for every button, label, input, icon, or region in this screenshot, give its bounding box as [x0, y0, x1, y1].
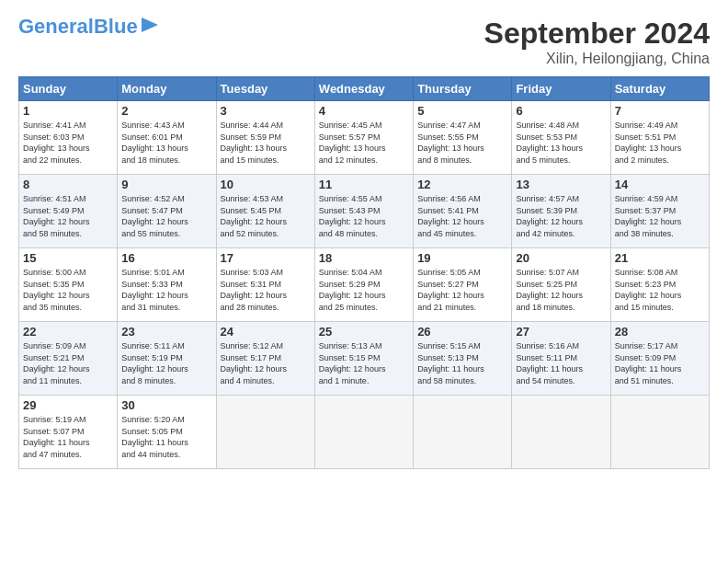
day-info: Sunrise: 5:07 AM Sunset: 5:25 PM Dayligh… — [516, 267, 606, 313]
day-info: Sunrise: 5:13 AM Sunset: 5:15 PM Dayligh… — [319, 340, 409, 386]
table-cell: 1Sunrise: 4:41 AM Sunset: 6:03 PM Daylig… — [19, 101, 118, 175]
day-info: Sunrise: 4:49 AM Sunset: 5:51 PM Dayligh… — [615, 120, 705, 166]
day-info: Sunrise: 4:48 AM Sunset: 5:53 PM Dayligh… — [516, 120, 606, 166]
day-number: 12 — [417, 178, 507, 191]
day-info: Sunrise: 5:15 AM Sunset: 5:13 PM Dayligh… — [417, 340, 507, 386]
table-cell: 25Sunrise: 5:13 AM Sunset: 5:15 PM Dayli… — [314, 322, 413, 396]
day-info: Sunrise: 4:44 AM Sunset: 5:59 PM Dayligh… — [221, 120, 311, 166]
day-number: 23 — [121, 325, 211, 339]
table-cell — [414, 396, 512, 469]
table-cell — [512, 396, 610, 469]
table-cell: 30Sunrise: 5:20 AM Sunset: 5:05 PM Dayli… — [118, 396, 216, 469]
col-wednesday: Wednesday — [314, 77, 413, 101]
svg-marker-0 — [142, 17, 158, 32]
table-cell: 17Sunrise: 5:03 AM Sunset: 5:31 PM Dayli… — [216, 248, 314, 322]
day-number: 15 — [23, 251, 113, 265]
table-cell: 2Sunrise: 4:43 AM Sunset: 6:01 PM Daylig… — [118, 101, 216, 175]
day-number: 24 — [221, 325, 311, 339]
day-number: 13 — [516, 178, 606, 191]
logo-blue: Blue — [94, 15, 138, 38]
day-info: Sunrise: 5:03 AM Sunset: 5:31 PM Dayligh… — [221, 267, 311, 313]
day-info: Sunrise: 4:59 AM Sunset: 5:37 PM Dayligh… — [615, 193, 705, 239]
calendar-table: Sunday Monday Tuesday Wednesday Thursday… — [18, 76, 710, 469]
table-cell: 12Sunrise: 4:56 AM Sunset: 5:41 PM Dayli… — [414, 175, 512, 248]
table-cell: 20Sunrise: 5:07 AM Sunset: 5:25 PM Dayli… — [512, 248, 610, 322]
table-cell: 27Sunrise: 5:16 AM Sunset: 5:11 PM Dayli… — [512, 322, 610, 396]
logo-arrow-icon — [140, 16, 160, 34]
day-info: Sunrise: 4:47 AM Sunset: 5:55 PM Dayligh… — [417, 120, 507, 166]
table-cell: 15Sunrise: 5:00 AM Sunset: 5:35 PM Dayli… — [19, 248, 118, 322]
month-title: September 2024 — [484, 17, 710, 51]
table-cell: 5Sunrise: 4:47 AM Sunset: 5:55 PM Daylig… — [414, 101, 512, 175]
day-number: 29 — [23, 398, 113, 412]
day-info: Sunrise: 5:12 AM Sunset: 5:17 PM Dayligh… — [221, 340, 311, 386]
table-cell: 4Sunrise: 4:45 AM Sunset: 5:57 PM Daylig… — [314, 101, 413, 175]
table-cell: 16Sunrise: 5:01 AM Sunset: 5:33 PM Dayli… — [118, 248, 216, 322]
week-row-3: 15Sunrise: 5:00 AM Sunset: 5:35 PM Dayli… — [19, 248, 710, 322]
day-number: 10 — [221, 178, 311, 191]
day-number: 14 — [615, 178, 705, 191]
day-info: Sunrise: 4:52 AM Sunset: 5:47 PM Dayligh… — [121, 193, 211, 239]
day-number: 27 — [516, 325, 606, 339]
day-number: 7 — [615, 104, 705, 118]
day-number: 9 — [121, 178, 211, 191]
day-number: 4 — [319, 104, 409, 118]
col-sunday: Sunday — [19, 77, 118, 101]
col-saturday: Saturday — [610, 77, 709, 101]
day-number: 1 — [23, 104, 113, 118]
table-cell: 19Sunrise: 5:05 AM Sunset: 5:27 PM Dayli… — [414, 248, 512, 322]
day-info: Sunrise: 4:51 AM Sunset: 5:49 PM Dayligh… — [23, 193, 113, 239]
table-cell: 8Sunrise: 4:51 AM Sunset: 5:49 PM Daylig… — [19, 175, 118, 248]
title-section: September 2024 Xilin, Heilongjiang, Chin… — [484, 17, 710, 67]
day-number: 28 — [615, 325, 705, 339]
day-info: Sunrise: 4:57 AM Sunset: 5:39 PM Dayligh… — [516, 193, 606, 239]
day-number: 26 — [417, 325, 507, 339]
day-info: Sunrise: 4:55 AM Sunset: 5:43 PM Dayligh… — [319, 193, 409, 239]
day-info: Sunrise: 5:05 AM Sunset: 5:27 PM Dayligh… — [417, 267, 507, 313]
week-row-4: 22Sunrise: 5:09 AM Sunset: 5:21 PM Dayli… — [19, 322, 710, 396]
table-cell: 13Sunrise: 4:57 AM Sunset: 5:39 PM Dayli… — [512, 175, 610, 248]
day-number: 16 — [121, 251, 211, 265]
day-number: 3 — [221, 104, 311, 118]
day-number: 22 — [23, 325, 113, 339]
day-info: Sunrise: 5:17 AM Sunset: 5:09 PM Dayligh… — [615, 340, 705, 386]
table-cell: 11Sunrise: 4:55 AM Sunset: 5:43 PM Dayli… — [314, 175, 413, 248]
day-info: Sunrise: 4:43 AM Sunset: 6:01 PM Dayligh… — [121, 120, 211, 166]
day-number: 11 — [319, 178, 409, 191]
table-cell: 6Sunrise: 4:48 AM Sunset: 5:53 PM Daylig… — [512, 101, 610, 175]
table-cell — [610, 396, 709, 469]
day-info: Sunrise: 5:11 AM Sunset: 5:19 PM Dayligh… — [121, 340, 211, 386]
table-cell: 28Sunrise: 5:17 AM Sunset: 5:09 PM Dayli… — [610, 322, 709, 396]
day-number: 21 — [615, 251, 705, 265]
table-cell — [314, 396, 413, 469]
day-info: Sunrise: 5:16 AM Sunset: 5:11 PM Dayligh… — [516, 340, 606, 386]
day-number: 2 — [121, 104, 211, 118]
table-cell: 14Sunrise: 4:59 AM Sunset: 5:37 PM Dayli… — [610, 175, 709, 248]
day-number: 17 — [221, 251, 311, 265]
column-header-row: Sunday Monday Tuesday Wednesday Thursday… — [19, 77, 710, 101]
day-number: 20 — [516, 251, 606, 265]
col-tuesday: Tuesday — [216, 77, 314, 101]
table-cell: 18Sunrise: 5:04 AM Sunset: 5:29 PM Dayli… — [314, 248, 413, 322]
table-cell — [216, 396, 314, 469]
day-number: 5 — [417, 104, 507, 118]
day-info: Sunrise: 4:56 AM Sunset: 5:41 PM Dayligh… — [417, 193, 507, 239]
day-info: Sunrise: 5:19 AM Sunset: 5:07 PM Dayligh… — [23, 414, 113, 460]
day-number: 6 — [516, 104, 606, 118]
day-info: Sunrise: 5:00 AM Sunset: 5:35 PM Dayligh… — [23, 267, 113, 313]
day-info: Sunrise: 5:01 AM Sunset: 5:33 PM Dayligh… — [121, 267, 211, 313]
week-row-5: 29Sunrise: 5:19 AM Sunset: 5:07 PM Dayli… — [19, 396, 710, 469]
col-friday: Friday — [512, 77, 610, 101]
logo-text: GeneralBlue — [18, 17, 138, 37]
table-cell: 26Sunrise: 5:15 AM Sunset: 5:13 PM Dayli… — [414, 322, 512, 396]
logo-general: General — [18, 15, 94, 38]
day-info: Sunrise: 4:45 AM Sunset: 5:57 PM Dayligh… — [319, 120, 409, 166]
location-title: Xilin, Heilongjiang, China — [484, 51, 710, 67]
week-row-1: 1Sunrise: 4:41 AM Sunset: 6:03 PM Daylig… — [19, 101, 710, 175]
day-info: Sunrise: 5:04 AM Sunset: 5:29 PM Dayligh… — [319, 267, 409, 313]
table-cell: 24Sunrise: 5:12 AM Sunset: 5:17 PM Dayli… — [216, 322, 314, 396]
table-cell: 23Sunrise: 5:11 AM Sunset: 5:19 PM Dayli… — [118, 322, 216, 396]
col-monday: Monday — [118, 77, 216, 101]
week-row-2: 8Sunrise: 4:51 AM Sunset: 5:49 PM Daylig… — [19, 175, 710, 248]
table-cell: 10Sunrise: 4:53 AM Sunset: 5:45 PM Dayli… — [216, 175, 314, 248]
